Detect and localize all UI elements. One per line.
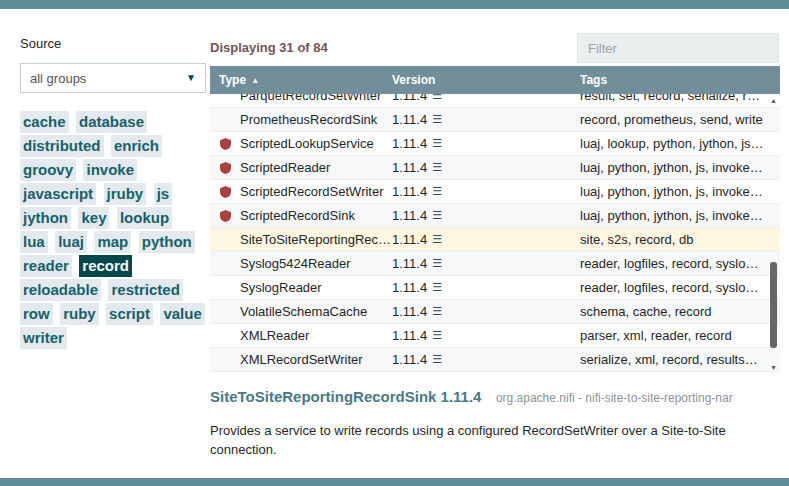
tag-chip-reloadable[interactable]: reloadable bbox=[20, 279, 101, 301]
table-header: Type▲ Version Tags bbox=[210, 66, 780, 94]
version-menu-icon[interactable]: ☰ bbox=[432, 114, 442, 125]
tags-cell: record, prometheus, send, write bbox=[580, 112, 780, 127]
table-row[interactable]: VolatileSchemaCache1.11.4☰schema, cache,… bbox=[210, 300, 780, 324]
tag-chip-writer[interactable]: writer bbox=[20, 327, 67, 349]
type-cell: ScriptedRecordSink bbox=[210, 208, 392, 223]
tags-cell: schema, cache, record bbox=[580, 304, 780, 319]
version-menu-icon[interactable]: ☰ bbox=[432, 354, 442, 365]
tag-chip-ruby[interactable]: ruby bbox=[60, 303, 99, 325]
tag-chip-row[interactable]: row bbox=[20, 303, 53, 325]
table-row[interactable]: ScriptedRecordSink1.11.4☰luaj, python, j… bbox=[210, 204, 780, 228]
column-header-version[interactable]: Version bbox=[392, 73, 580, 87]
table-row[interactable]: Syslog5424Reader1.11.4☰reader, logfiles,… bbox=[210, 252, 780, 276]
version-menu-icon[interactable]: ☰ bbox=[432, 138, 442, 149]
selected-type-title: SiteToSiteReportingRecordSink 1.11.4 bbox=[210, 388, 481, 405]
version-value: 1.11.4 bbox=[392, 184, 427, 199]
scrollbar-thumb[interactable] bbox=[770, 262, 777, 348]
version-menu-icon[interactable]: ☰ bbox=[432, 94, 442, 101]
tag-chip-jruby[interactable]: jruby bbox=[104, 183, 147, 205]
table-row[interactable]: SyslogReader1.11.4☰reader, logfiles, rec… bbox=[210, 276, 780, 300]
tag-chip-record[interactable]: record bbox=[79, 255, 132, 277]
tags-cell: parser, xml, reader, record bbox=[580, 328, 780, 343]
tag-chip-invoke[interactable]: invoke bbox=[83, 159, 137, 181]
table-body-stack: ParquetRecordSetWriter1.11.4☰result, set… bbox=[210, 94, 780, 372]
type-cell: PrometheusRecordSink bbox=[210, 112, 392, 127]
table-row[interactable]: XMLReader1.11.4☰parser, xml, reader, rec… bbox=[210, 324, 780, 348]
tag-chip-distributed[interactable]: distributed bbox=[20, 135, 104, 157]
table-row[interactable]: SiteToSiteReportingRecord...1.11.4☰site,… bbox=[210, 228, 780, 252]
chevron-down-icon: ▼ bbox=[186, 73, 196, 83]
type-cell: VolatileSchemaCache bbox=[210, 304, 392, 319]
bottom-chrome-bar bbox=[0, 478, 789, 486]
version-menu-icon[interactable]: ☰ bbox=[432, 330, 442, 341]
type-cell: ScriptedReader bbox=[210, 160, 392, 175]
table-row[interactable]: ScriptedReader1.11.4☰luaj, python, jytho… bbox=[210, 156, 780, 180]
tag-chip-js[interactable]: js bbox=[154, 183, 173, 205]
tag-chip-lookup[interactable]: lookup bbox=[117, 207, 172, 229]
version-cell: 1.11.4☰ bbox=[392, 94, 580, 103]
table-row[interactable]: ParquetRecordSetWriter1.11.4☰result, set… bbox=[210, 94, 780, 108]
table-row[interactable]: ScriptedRecordSetWriter1.11.4☰luaj, pyth… bbox=[210, 180, 780, 204]
column-header-type[interactable]: Type▲ bbox=[210, 73, 392, 87]
source-label: Source bbox=[20, 36, 206, 51]
table-row[interactable]: PrometheusRecordSink1.11.4☰record, prome… bbox=[210, 108, 780, 132]
version-value: 1.11.4 bbox=[392, 304, 427, 319]
tags-cell: result, set, record, serialize, re... bbox=[580, 94, 780, 103]
table-row[interactable]: XMLRecordSetWriter1.11.4☰serialize, xml,… bbox=[210, 348, 780, 372]
tag-chip-lua[interactable]: lua bbox=[20, 231, 48, 253]
tag-chip-value[interactable]: value bbox=[160, 303, 204, 325]
version-value: 1.11.4 bbox=[392, 136, 427, 151]
version-menu-icon[interactable]: ☰ bbox=[432, 186, 442, 197]
version-value: 1.11.4 bbox=[392, 94, 427, 103]
tag-chip-jython[interactable]: jython bbox=[20, 207, 71, 229]
tags-cell: luaj, python, jython, js, invoke, ... bbox=[580, 160, 780, 175]
tag-chip-python[interactable]: python bbox=[139, 231, 195, 253]
version-cell: 1.11.4☰ bbox=[392, 136, 580, 151]
tag-chip-restricted[interactable]: restricted bbox=[108, 279, 182, 301]
selected-type-header: SiteToSiteReportingRecordSink 1.11.4 org… bbox=[210, 388, 785, 406]
type-name: SiteToSiteReportingRecord... bbox=[240, 232, 392, 247]
scroll-up-icon[interactable]: ▲ bbox=[770, 97, 777, 104]
type-cell: ScriptedRecordSetWriter bbox=[210, 184, 392, 199]
version-cell: 1.11.4☰ bbox=[392, 160, 580, 175]
group-select-dropdown[interactable]: all groups ▼ bbox=[20, 63, 206, 93]
type-name: XMLRecordSetWriter bbox=[240, 352, 363, 367]
tag-chip-javascript[interactable]: javascript bbox=[20, 183, 96, 205]
version-menu-icon[interactable]: ☰ bbox=[432, 210, 442, 221]
tag-chip-enrich[interactable]: enrich bbox=[111, 135, 162, 157]
tag-chip-reader[interactable]: reader bbox=[20, 255, 72, 277]
version-menu-icon[interactable]: ☰ bbox=[432, 306, 442, 317]
filter-input[interactable] bbox=[577, 33, 779, 63]
sidebar: Source all groups ▼ cache database distr… bbox=[20, 36, 206, 350]
scroll-down-icon[interactable]: ▼ bbox=[770, 364, 777, 371]
restricted-shield-icon bbox=[220, 210, 231, 222]
version-cell: 1.11.4☰ bbox=[392, 256, 580, 271]
tag-cloud: cache database distributed enrich groovy… bbox=[20, 110, 206, 350]
type-cell: SiteToSiteReportingRecord... bbox=[210, 232, 392, 247]
column-header-version-label: Version bbox=[392, 73, 435, 87]
version-cell: 1.11.4☰ bbox=[392, 280, 580, 295]
table-row[interactable]: ScriptedLookupService1.11.4☰luaj, lookup… bbox=[210, 132, 780, 156]
version-value: 1.11.4 bbox=[392, 328, 427, 343]
tag-chip-database[interactable]: database bbox=[76, 111, 147, 133]
tag-chip-script[interactable]: script bbox=[106, 303, 153, 325]
version-menu-icon[interactable]: ☰ bbox=[432, 282, 442, 293]
tag-chip-map[interactable]: map bbox=[94, 231, 131, 253]
version-menu-icon[interactable]: ☰ bbox=[432, 258, 442, 269]
table-scrollbar[interactable]: ▲ ▼ bbox=[769, 95, 779, 373]
column-header-type-label: Type bbox=[219, 73, 246, 87]
version-cell: 1.11.4☰ bbox=[392, 208, 580, 223]
tag-chip-luaj[interactable]: luaj bbox=[55, 231, 87, 253]
version-menu-icon[interactable]: ☰ bbox=[432, 162, 442, 173]
version-menu-icon[interactable]: ☰ bbox=[432, 234, 442, 245]
type-cell: ParquetRecordSetWriter bbox=[210, 94, 392, 103]
selected-type-description: Provides a service to write records usin… bbox=[210, 421, 782, 459]
restricted-shield-icon bbox=[220, 186, 231, 198]
tag-chip-groovy[interactable]: groovy bbox=[20, 159, 76, 181]
column-header-tags[interactable]: Tags bbox=[580, 73, 780, 87]
tags-cell: luaj, python, jython, js, invoke, ... bbox=[580, 184, 780, 199]
type-name: SyslogReader bbox=[240, 280, 322, 295]
tag-chip-cache[interactable]: cache bbox=[20, 111, 69, 133]
tag-chip-key[interactable]: key bbox=[78, 207, 109, 229]
type-cell: ScriptedLookupService bbox=[210, 136, 392, 151]
